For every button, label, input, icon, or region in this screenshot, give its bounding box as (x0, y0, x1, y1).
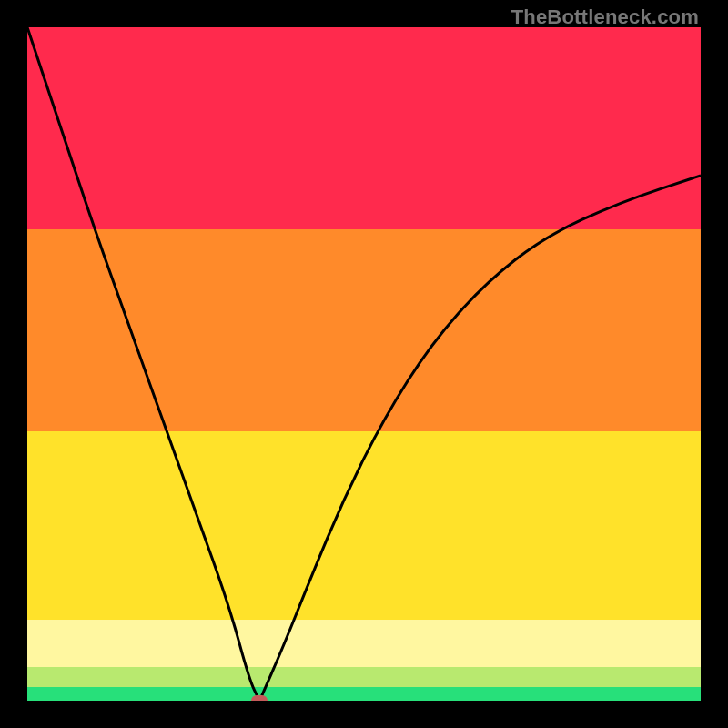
watermark-label: TheBottleneck.com (511, 5, 699, 29)
chart-svg (27, 27, 701, 701)
chart-frame: TheBottleneck.com (0, 0, 728, 728)
plot-area (27, 27, 701, 701)
gradient-background (27, 27, 701, 701)
minimum-marker (251, 695, 268, 701)
